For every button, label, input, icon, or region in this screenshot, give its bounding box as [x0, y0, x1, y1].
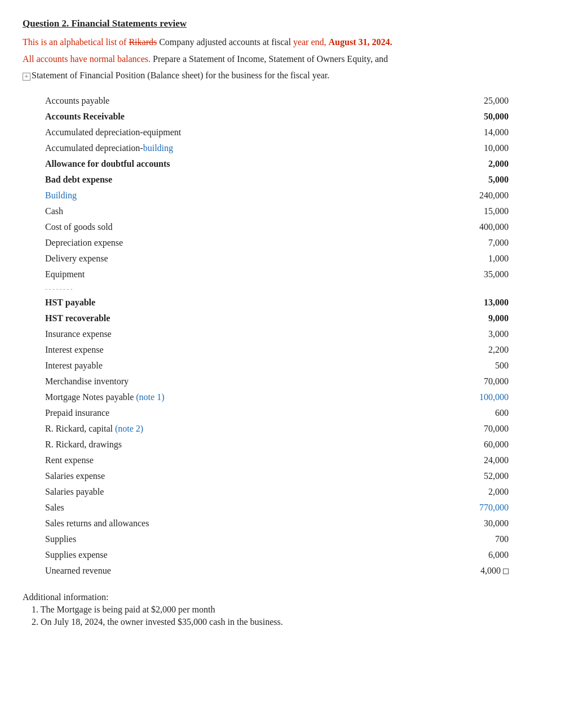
account-name-cell: Insurance expense	[23, 326, 386, 342]
account-value-cell: 500	[386, 358, 542, 374]
table-row: Accumulated depreciation-building 10,000	[23, 140, 542, 156]
account-name-text: Supplies	[45, 534, 76, 544]
account-value-text: 500	[495, 361, 509, 370]
account-value-text: 3,000	[488, 329, 509, 339]
account-value-cell: 2,200	[386, 342, 542, 358]
table-row: Supplies 700	[23, 531, 542, 547]
account-value-text: 60,000	[484, 440, 509, 449]
account-value-cell: 7,000	[386, 235, 542, 251]
account-name-cell: Rent expense	[23, 452, 386, 468]
account-name-cell: Delivery expense	[23, 251, 386, 267]
account-value-text: 600	[495, 408, 509, 418]
account-value-text: 25,000	[484, 96, 509, 105]
table-row: Allowance for doubtful accounts 2,000	[23, 156, 542, 172]
checkbox[interactable]	[503, 569, 509, 574]
account-name-text: Salaries expense	[45, 471, 105, 481]
account-name-text: R. Rickard, drawings	[45, 440, 122, 449]
account-value-cell: 600	[386, 405, 542, 421]
additional-info-title: Additional information:	[23, 592, 542, 602]
table-row: Sales 770,000	[23, 500, 542, 516]
account-name-cell: Building	[23, 188, 386, 203]
account-value-text: 10,000	[484, 143, 509, 153]
table-row: Salaries expense 52,000	[23, 468, 542, 484]
account-value-cell: 240,000	[386, 188, 542, 203]
account-value-cell: 10,000	[386, 140, 542, 156]
company-name-strikethrough: Rikards	[129, 37, 157, 47]
table-row: Supplies expense 6,000	[23, 547, 542, 563]
table-row: Equipment 35,000	[23, 267, 542, 282]
account-name-cell: Accounts Receivable	[23, 109, 386, 125]
account-value-cell: 100,000	[386, 389, 542, 405]
account-name-cell: Supplies	[23, 531, 386, 547]
table-row: Accounts payable 25,000	[23, 93, 542, 109]
account-name-cell: Salaries payable	[23, 484, 386, 500]
account-name-text: Sales	[45, 503, 64, 512]
account-name-text: Accumulated depreciation-equipment	[45, 127, 181, 137]
account-name-cell: Accumulated depreciation-equipment	[23, 125, 386, 140]
account-value-text: 700	[495, 534, 509, 544]
account-value-cell: 15,000	[386, 203, 542, 219]
account-name-cell: Sales	[23, 500, 386, 516]
account-value-cell: 2,000	[386, 156, 542, 172]
account-value-cell: 24,000	[386, 452, 542, 468]
account-value-text: 15,000	[484, 206, 509, 216]
account-value-blue: 100,000	[479, 392, 509, 402]
account-name-text: Insurance expense	[45, 329, 112, 339]
account-name-cell: Equipment	[23, 267, 386, 282]
account-name-cell: HST payable	[23, 295, 386, 310]
account-name-text: Rent expense	[45, 455, 94, 465]
account-name-text: Supplies expense	[45, 550, 108, 560]
table-row: Delivery expense 1,000	[23, 251, 542, 267]
account-name-text: Depreciation expense	[45, 238, 123, 247]
account-value-text: 30,000	[484, 518, 509, 528]
plus-icon[interactable]: +	[23, 73, 30, 81]
table-row: Bad debt expense 5,000	[23, 172, 542, 188]
account-note: (note 1)	[136, 392, 164, 402]
account-name-text: Interest payable	[45, 361, 103, 370]
account-value-cell: 35,000	[386, 267, 542, 282]
table-row: Mortgage Notes payable (note 1) 100,000	[23, 389, 542, 405]
account-value-cell: 50,000	[386, 109, 542, 125]
account-value-text: 6,000	[488, 550, 509, 560]
account-name-cell: Cost of goods sold	[23, 219, 386, 235]
account-value-cell: 6,000	[386, 547, 542, 563]
account-name-text: Accounts payable	[45, 96, 109, 105]
account-value-text: 14,000	[484, 127, 509, 137]
account-name-text: R. Rickard, capital	[45, 424, 113, 433]
intro-line3: +Statement of Financial Position (Balanc…	[23, 68, 542, 83]
account-note: (note 2)	[115, 424, 143, 433]
account-name-text: Equipment	[45, 269, 85, 279]
table-row: Rent expense 24,000	[23, 452, 542, 468]
accounts-table: Accounts payable 25,000 Accounts Receiva…	[23, 93, 542, 579]
table-row: --------	[23, 282, 542, 295]
table-row: Sales returns and allowances 30,000	[23, 516, 542, 531]
intro-black3: Prepare a Statement of Income, Statement…	[151, 54, 388, 64]
account-name-text: Mortgage Notes payable	[45, 392, 134, 402]
account-value-cell: 4,000	[386, 563, 542, 579]
table-row: HST recoverable 9,000	[23, 310, 542, 326]
table-row: HST payable 13,000	[23, 295, 542, 310]
question-header: Question 2. Financial Statements review …	[23, 18, 542, 83]
table-row: Cost of goods sold 400,000	[23, 219, 542, 235]
table-row: Accounts Receivable 50,000	[23, 109, 542, 125]
account-value-text: 400,000	[479, 222, 509, 232]
account-value-text: 35,000	[484, 269, 509, 279]
account-value-cell: 60,000	[386, 437, 542, 452]
account-name-text: Accumulated depreciation-	[45, 143, 143, 153]
account-value-text: 70,000	[484, 424, 509, 433]
account-value-text: 2,000	[488, 159, 509, 168]
account-value-text: 50,000	[484, 112, 509, 121]
table-row: Unearned revenue 4,000	[23, 563, 542, 579]
account-name-text: Accounts Receivable	[45, 112, 125, 121]
intro-black4: Statement of Financial Position (Balance…	[32, 70, 329, 80]
intro-line1: This is an alphabetical list of Rikards …	[23, 35, 542, 50]
table-row: R. Rickard, capital (note 2) 70,000	[23, 421, 542, 437]
account-value-cell: 700	[386, 531, 542, 547]
account-name-cell: R. Rickard, capital (note 2)	[23, 421, 386, 437]
account-value-text: 13,000	[484, 298, 509, 307]
account-value-text: 24,000	[484, 455, 509, 465]
intro-black1: Company adjusted accounts at fiscal	[157, 37, 293, 47]
account-name-text: Delivery expense	[45, 254, 108, 263]
account-value-blue: 770,000	[479, 503, 509, 512]
account-name-cell: Sales returns and allowances	[23, 516, 386, 531]
